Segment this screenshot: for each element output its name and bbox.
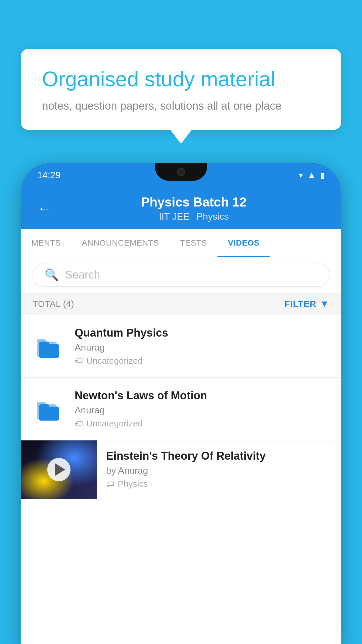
header-tags: IIT JEE Physics [63,211,325,222]
search-placeholder: Search [65,269,100,281]
play-icon [55,463,65,476]
tab-tests[interactable]: TESTS [169,229,217,257]
tab-videos[interactable]: VIDEOS [217,229,270,257]
tag-icon-3: 🏷 [106,479,114,489]
back-button[interactable]: ← [37,200,51,216]
status-icons: ▾ ▲ ▮ [299,170,325,180]
tag-label-1: Uncategorized [86,356,143,366]
bubble-title: Organised study material [42,66,320,92]
filter-label: FILTER [285,299,317,309]
video-thumbnail [21,440,97,499]
phone-screen: ← Physics Batch 12 IIT JEE Physics MENTS… [21,187,341,644]
list-item[interactable]: Einstein's Theory Of Relativity by Anura… [21,440,341,499]
header-tag-physics: Physics [196,211,229,222]
tab-announcements[interactable]: ANNOUNCEMENTS [71,229,170,257]
item-author-1: Anurag [75,342,328,353]
item-tag-1: 🏷 Uncategorized [75,356,328,366]
folder-icon-1 [34,330,63,362]
tag-label-2: Uncategorized [86,419,143,428]
video-tag-3: 🏷 Physics [106,479,332,489]
tag-label-3: Physics [118,479,148,489]
app-header: ← Physics Batch 12 IIT JEE Physics [21,187,341,229]
filter-icon: ▼ [320,298,329,309]
phone-frame: 14:29 ▾ ▲ ▮ ← Physics Batch 12 IIT JEE P… [21,163,341,644]
folder-icon-2 [34,393,63,425]
svg-rect-3 [39,342,49,346]
filter-button[interactable]: FILTER ▼ [285,298,329,309]
search-container: 🔍 Search [21,257,341,293]
header-center: Physics Batch 12 IIT JEE Physics [63,195,325,222]
status-bar: 14:29 ▾ ▲ ▮ [21,163,341,187]
video-author-3: by Anurag [106,465,332,476]
item-author-2: Anurag [75,405,328,416]
item-info-2: Newton's Laws of Motion Anurag 🏷 Uncateg… [75,389,328,428]
list-item[interactable]: Newton's Laws of Motion Anurag 🏷 Uncateg… [21,378,341,440]
tag-icon-1: 🏷 [75,356,83,366]
status-time: 14:29 [37,170,61,181]
speech-bubble: Organised study material notes, question… [21,49,341,130]
header-tag-iitjee: IIT JEE [159,211,189,222]
item-info-1: Quantum Physics Anurag 🏷 Uncategorized [75,327,328,366]
wifi-icon: ▾ [299,170,303,180]
header-title: Physics Batch 12 [63,195,325,209]
tag-icon-2: 🏷 [75,419,83,428]
tab-bar: MENTS ANNOUNCEMENTS TESTS VIDEOS [21,229,341,257]
notch-camera [177,168,185,176]
tab-ments[interactable]: MENTS [21,229,71,257]
battery-icon: ▮ [320,170,325,180]
item-title-2: Newton's Laws of Motion [75,389,328,402]
phone-notch [155,163,207,181]
play-button[interactable] [47,458,71,481]
search-icon: 🔍 [45,268,59,282]
list-item[interactable]: Quantum Physics Anurag 🏷 Uncategorized [21,315,341,378]
signal-icon: ▲ [307,170,316,180]
content-list: Quantum Physics Anurag 🏷 Uncategorized [21,315,341,644]
item-title-1: Quantum Physics [75,327,328,339]
item-tag-2: 🏷 Uncategorized [75,419,328,428]
filter-bar: TOTAL (4) FILTER ▼ [21,293,341,315]
total-count: TOTAL (4) [33,299,74,309]
video-info-3: Einstein's Theory Of Relativity by Anura… [97,440,341,496]
search-box[interactable]: 🔍 Search [33,263,329,287]
bubble-subtitle: notes, question papers, solutions all at… [42,100,320,112]
video-title-3: Einstein's Theory Of Relativity [106,450,332,462]
svg-rect-7 [39,404,49,409]
